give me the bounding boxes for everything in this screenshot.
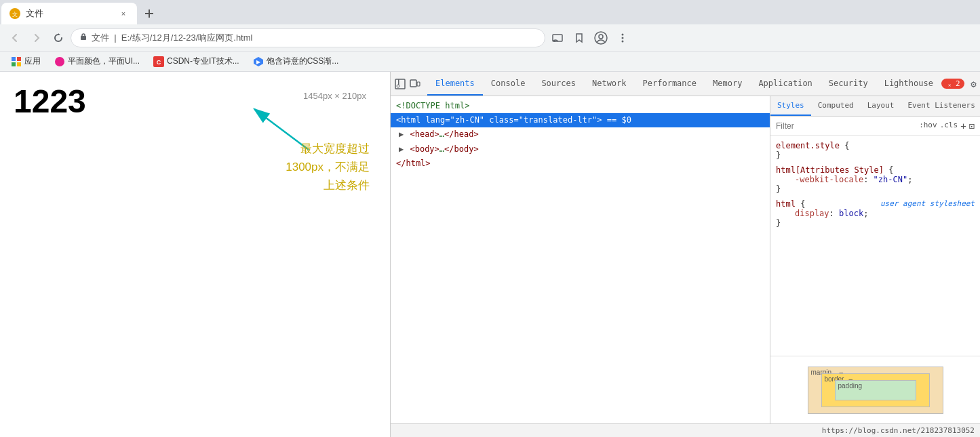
filter-icon-button[interactable]: ⊡ [969, 121, 975, 131]
svg-text:C: C [157, 59, 161, 66]
filter-hov-button[interactable]: :hov [919, 121, 937, 131]
devtools-settings-icon[interactable]: ⚙ [967, 77, 980, 91]
devtools-tab-memory[interactable]: Memory [705, 72, 750, 96]
svg-rect-3 [145, 13, 153, 14]
svg-text:✕: ✕ [948, 82, 951, 87]
svg-rect-13 [12, 57, 16, 61]
devtools-tab-network[interactable]: Network [584, 72, 635, 96]
dom-line-doctype[interactable]: <!DOCTYPE html> [391, 99, 770, 113]
svg-rect-5 [81, 36, 86, 40]
page-content: 1223 1454px × 210px 最大宽度超过1300px，不满足上述条件 [0, 72, 390, 437]
styles-content: element.style { } html[Attributes Style]… [770, 136, 980, 356]
devtools-tab-application[interactable]: Application [750, 72, 820, 96]
bookmark-csdn[interactable]: C CSDN-专业IT技术... [148, 54, 245, 68]
box-border: border – padding [821, 373, 930, 407]
address-bar[interactable]: 文件 | E:/练习/12月/12-23/响应网页.html [71, 28, 545, 47]
styles-tab-event-listeners[interactable]: Event Listeners [901, 96, 980, 116]
filter-bar: :hov .cls + ⊡ [770, 117, 980, 136]
box-margin: margin – border – padding [808, 367, 943, 414]
rule-property-display: display: block; [776, 209, 975, 218]
head-ellipsis: … [439, 129, 444, 139]
svg-rect-15 [12, 62, 16, 66]
error-badge: ✕ 2 [941, 79, 964, 89]
rule-selector-1: element.style { [776, 141, 975, 150]
dom-line-html[interactable]: <html lang="zh-CN" class="translated-ltr… [391, 113, 770, 127]
devtools-tab-performance[interactable]: Performance [635, 72, 705, 96]
html-attr-class-value: "translated-ltr" [519, 115, 597, 125]
bookmark-flat-ui[interactable]: 平面颜色，平面UI... [49, 54, 145, 68]
more-button[interactable] [613, 28, 632, 47]
svg-text:▶: ▶ [256, 59, 261, 65]
svg-point-9 [599, 35, 603, 39]
head-arrow[interactable]: ▶ [399, 129, 404, 139]
bookmarks-bar: 应用 平面颜色，平面UI... C CSDN-专业IT技术... ▶ 饱含诗意的… [0, 51, 980, 72]
nav-bar: 文件 | E:/练习/12月/12-23/响应网页.html [0, 24, 980, 51]
nav-bar-right [548, 28, 632, 47]
styles-tab-computed[interactable]: Computed [811, 96, 861, 116]
styles-tab-styles[interactable]: Styles [770, 96, 811, 116]
filter-input[interactable] [776, 121, 919, 131]
devtools-toolbar: Elements Console Sources Network Perform… [391, 72, 980, 96]
devtools-panel: Elements Console Sources Network Perform… [390, 72, 980, 437]
status-bar: https://blog.csdn.net/218237813052 [391, 423, 980, 437]
box-model-container: margin – border – padding [808, 367, 943, 414]
dimension-text: 1454px × 210px [303, 91, 366, 101]
head-tag: <head> [410, 129, 439, 139]
dom-line-head[interactable]: ▶ <head>…</head> [391, 127, 770, 142]
inspect-icon[interactable] [393, 77, 407, 91]
profile-button[interactable] [591, 28, 610, 47]
styles-tabs: Styles Computed Layout Event Listeners D [770, 96, 980, 117]
lock-icon [79, 33, 87, 43]
styles-tab-layout[interactable]: Layout [861, 96, 901, 116]
url-text: 文件 | E:/练习/12月/12-23/响应网页.html [92, 32, 536, 44]
tab-close-button[interactable]: × [118, 8, 129, 19]
bookmark-apps[interactable]: 应用 [5, 54, 46, 68]
rule-source: user agent stylesheet [880, 199, 975, 209]
rule-close-2: } [776, 184, 975, 194]
devtools-tab-elements[interactable]: Elements [427, 72, 483, 96]
svg-point-7 [554, 41, 555, 42]
browser-frame: 文 文件 × 文件 | E:/练习/12月/12-23/响应网页.html [0, 0, 980, 437]
back-button[interactable] [5, 28, 24, 47]
devtools-body: <!DOCTYPE html> <html lang="zh-CN" class… [391, 96, 980, 423]
svg-marker-4 [58, 33, 60, 35]
devtools-tab-security[interactable]: Security [821, 72, 876, 96]
bookmark-css[interactable]: ▶ 饱含诗意的CSS渐... [248, 54, 345, 68]
bookmark-button[interactable] [570, 28, 589, 47]
svg-point-25 [397, 85, 399, 87]
svg-rect-14 [17, 57, 21, 61]
devtools-tab-console[interactable]: Console [483, 72, 534, 96]
rule-selector-2: html[Attributes Style] { [776, 165, 975, 175]
svg-rect-28 [417, 82, 420, 86]
filter-add-button[interactable]: + [960, 121, 966, 131]
html-attr-lang-name: lang [425, 115, 445, 125]
svg-point-11 [622, 37, 624, 39]
filter-cls-button[interactable]: .cls [940, 121, 958, 131]
style-rule-element: element.style { } [776, 141, 975, 160]
annotation-text: 最大宽度超过1300px，不满足上述条件 [286, 140, 370, 195]
forward-button[interactable] [27, 28, 46, 47]
html-attr-lang-value: "zh-CN" [450, 115, 485, 125]
svg-rect-16 [17, 62, 21, 66]
body-ellipsis: … [439, 144, 444, 154]
body-tag: <body> [410, 144, 439, 154]
reload-button[interactable] [49, 28, 68, 47]
status-url: https://blog.csdn.net/218237813052 [822, 426, 975, 435]
body-arrow[interactable]: ▶ [399, 144, 404, 154]
device-toggle-icon[interactable] [408, 77, 422, 91]
svg-rect-26 [398, 79, 399, 85]
new-tab-button[interactable] [140, 4, 159, 23]
rule-property-webkit-locale: -webkit-locale: "zh-CN"; [776, 175, 975, 184]
doctype-text: <!DOCTYPE html> [396, 101, 469, 110]
dom-line-html-close[interactable]: </html> [391, 157, 770, 171]
svg-text:文: 文 [12, 12, 18, 18]
devtools-icons [393, 77, 427, 91]
cast-button[interactable] [548, 28, 567, 47]
browser-tab[interactable]: 文 文件 × [1, 3, 137, 24]
dom-line-body[interactable]: ▶ <body>…</body> [391, 142, 770, 157]
devtools-tab-sources[interactable]: Sources [533, 72, 584, 96]
tab-bar: 文 文件 × [0, 0, 980, 24]
devtools-tab-lighthouse[interactable]: Lighthouse [876, 72, 941, 96]
tab-favicon: 文 [9, 8, 20, 19]
box-model-area: margin – border – padding [770, 356, 980, 423]
